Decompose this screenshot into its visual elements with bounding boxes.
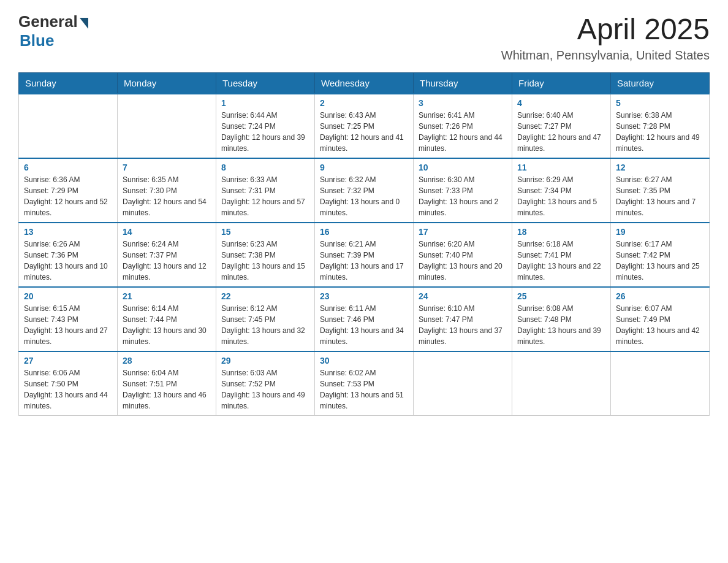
calendar-header-saturday: Saturday <box>611 73 710 94</box>
day-number: 26 <box>616 291 704 301</box>
logo-blue-text: Blue <box>20 31 54 50</box>
calendar-cell: 15Sunrise: 6:23 AMSunset: 7:38 PMDayligh… <box>216 223 315 287</box>
calendar-cell: 1Sunrise: 6:44 AMSunset: 7:24 PMDaylight… <box>216 94 315 158</box>
day-info: Sunrise: 6:24 AMSunset: 7:37 PMDaylight:… <box>123 239 211 283</box>
calendar-cell: 13Sunrise: 6:26 AMSunset: 7:36 PMDayligh… <box>19 223 118 287</box>
calendar-cell: 5Sunrise: 6:38 AMSunset: 7:28 PMDaylight… <box>611 94 710 158</box>
calendar-header-wednesday: Wednesday <box>315 73 414 94</box>
day-info: Sunrise: 6:26 AMSunset: 7:36 PMDaylight:… <box>24 239 112 283</box>
calendar-cell: 7Sunrise: 6:35 AMSunset: 7:30 PMDaylight… <box>118 158 216 223</box>
calendar-cell: 22Sunrise: 6:12 AMSunset: 7:45 PMDayligh… <box>216 287 315 351</box>
day-number: 6 <box>24 163 112 172</box>
day-number: 2 <box>320 98 408 108</box>
day-info: Sunrise: 6:36 AMSunset: 7:29 PMDaylight:… <box>24 174 112 218</box>
day-info: Sunrise: 6:29 AMSunset: 7:34 PMDaylight:… <box>517 174 605 218</box>
week-row-1: 1Sunrise: 6:44 AMSunset: 7:24 PMDaylight… <box>19 94 710 158</box>
calendar-cell: 17Sunrise: 6:20 AMSunset: 7:40 PMDayligh… <box>414 223 512 287</box>
calendar-cell <box>118 94 216 158</box>
week-row-2: 6Sunrise: 6:36 AMSunset: 7:29 PMDaylight… <box>19 158 710 223</box>
calendar-header-friday: Friday <box>512 73 611 94</box>
calendar-cell: 10Sunrise: 6:30 AMSunset: 7:33 PMDayligh… <box>414 158 512 223</box>
calendar-cell: 14Sunrise: 6:24 AMSunset: 7:37 PMDayligh… <box>118 223 216 287</box>
day-number: 22 <box>221 291 309 301</box>
page-subtitle: Whitman, Pennsylvania, United States <box>501 48 710 63</box>
calendar-cell: 21Sunrise: 6:14 AMSunset: 7:44 PMDayligh… <box>118 287 216 351</box>
calendar-cell: 16Sunrise: 6:21 AMSunset: 7:39 PMDayligh… <box>315 223 414 287</box>
calendar-cell: 18Sunrise: 6:18 AMSunset: 7:41 PMDayligh… <box>512 223 611 287</box>
day-info: Sunrise: 6:08 AMSunset: 7:48 PMDaylight:… <box>517 303 605 347</box>
day-number: 30 <box>320 356 408 366</box>
day-number: 10 <box>419 163 507 172</box>
day-info: Sunrise: 6:02 AMSunset: 7:53 PMDaylight:… <box>320 367 408 412</box>
calendar-cell <box>19 94 118 158</box>
day-number: 29 <box>221 356 309 366</box>
calendar-cell: 2Sunrise: 6:43 AMSunset: 7:25 PMDaylight… <box>315 94 414 158</box>
day-info: Sunrise: 6:04 AMSunset: 7:51 PMDaylight:… <box>123 367 211 412</box>
day-info: Sunrise: 6:35 AMSunset: 7:30 PMDaylight:… <box>123 174 211 218</box>
day-number: 16 <box>320 227 408 237</box>
title-area: April 2025 Whitman, Pennsylvania, United… <box>501 12 710 63</box>
calendar-cell: 23Sunrise: 6:11 AMSunset: 7:46 PMDayligh… <box>315 287 414 351</box>
day-info: Sunrise: 6:20 AMSunset: 7:40 PMDaylight:… <box>419 239 507 283</box>
day-number: 11 <box>517 163 605 172</box>
day-number: 9 <box>320 163 408 172</box>
page-title: April 2025 <box>501 12 710 46</box>
calendar-cell <box>414 351 512 416</box>
page-header: General Blue April 2025 Whitman, Pennsyl… <box>18 12 710 63</box>
calendar-cell: 12Sunrise: 6:27 AMSunset: 7:35 PMDayligh… <box>611 158 710 223</box>
day-info: Sunrise: 6:03 AMSunset: 7:52 PMDaylight:… <box>221 367 309 412</box>
calendar-cell: 9Sunrise: 6:32 AMSunset: 7:32 PMDaylight… <box>315 158 414 223</box>
day-number: 7 <box>123 163 211 172</box>
calendar-header-monday: Monday <box>118 73 216 94</box>
calendar-cell <box>611 351 710 416</box>
day-number: 23 <box>320 291 408 301</box>
calendar-cell: 28Sunrise: 6:04 AMSunset: 7:51 PMDayligh… <box>118 351 216 416</box>
day-info: Sunrise: 6:18 AMSunset: 7:41 PMDaylight:… <box>517 239 605 283</box>
day-info: Sunrise: 6:41 AMSunset: 7:26 PMDaylight:… <box>419 110 507 154</box>
day-info: Sunrise: 6:12 AMSunset: 7:45 PMDaylight:… <box>221 303 309 347</box>
day-number: 21 <box>123 291 211 301</box>
day-number: 12 <box>616 163 704 172</box>
calendar-header-thursday: Thursday <box>414 73 512 94</box>
calendar-cell: 24Sunrise: 6:10 AMSunset: 7:47 PMDayligh… <box>414 287 512 351</box>
logo: General Blue <box>18 12 88 50</box>
calendar-cell: 8Sunrise: 6:33 AMSunset: 7:31 PMDaylight… <box>216 158 315 223</box>
day-info: Sunrise: 6:15 AMSunset: 7:43 PMDaylight:… <box>24 303 112 347</box>
day-info: Sunrise: 6:21 AMSunset: 7:39 PMDaylight:… <box>320 239 408 283</box>
day-number: 13 <box>24 227 112 237</box>
week-row-5: 27Sunrise: 6:06 AMSunset: 7:50 PMDayligh… <box>19 351 710 416</box>
day-info: Sunrise: 6:23 AMSunset: 7:38 PMDaylight:… <box>221 239 309 283</box>
day-info: Sunrise: 6:06 AMSunset: 7:50 PMDaylight:… <box>24 367 112 412</box>
day-info: Sunrise: 6:30 AMSunset: 7:33 PMDaylight:… <box>419 174 507 218</box>
day-info: Sunrise: 6:11 AMSunset: 7:46 PMDaylight:… <box>320 303 408 347</box>
day-info: Sunrise: 6:07 AMSunset: 7:49 PMDaylight:… <box>616 303 704 347</box>
calendar-cell: 30Sunrise: 6:02 AMSunset: 7:53 PMDayligh… <box>315 351 414 416</box>
calendar-cell: 27Sunrise: 6:06 AMSunset: 7:50 PMDayligh… <box>19 351 118 416</box>
day-number: 18 <box>517 227 605 237</box>
calendar-header-sunday: Sunday <box>19 73 118 94</box>
day-info: Sunrise: 6:32 AMSunset: 7:32 PMDaylight:… <box>320 174 408 218</box>
week-row-4: 20Sunrise: 6:15 AMSunset: 7:43 PMDayligh… <box>19 287 710 351</box>
day-info: Sunrise: 6:38 AMSunset: 7:28 PMDaylight:… <box>616 110 704 154</box>
day-number: 17 <box>419 227 507 237</box>
day-info: Sunrise: 6:27 AMSunset: 7:35 PMDaylight:… <box>616 174 704 218</box>
calendar-header-row: SundayMondayTuesdayWednesdayThursdayFrid… <box>19 73 710 94</box>
calendar-cell: 11Sunrise: 6:29 AMSunset: 7:34 PMDayligh… <box>512 158 611 223</box>
day-info: Sunrise: 6:14 AMSunset: 7:44 PMDaylight:… <box>123 303 211 347</box>
day-number: 5 <box>616 98 704 108</box>
week-row-3: 13Sunrise: 6:26 AMSunset: 7:36 PMDayligh… <box>19 223 710 287</box>
day-info: Sunrise: 6:40 AMSunset: 7:27 PMDaylight:… <box>517 110 605 154</box>
calendar-cell: 4Sunrise: 6:40 AMSunset: 7:27 PMDaylight… <box>512 94 611 158</box>
calendar-cell: 26Sunrise: 6:07 AMSunset: 7:49 PMDayligh… <box>611 287 710 351</box>
day-number: 20 <box>24 291 112 301</box>
calendar-cell: 19Sunrise: 6:17 AMSunset: 7:42 PMDayligh… <box>611 223 710 287</box>
logo-general-text: General <box>18 12 78 31</box>
day-number: 15 <box>221 227 309 237</box>
day-number: 27 <box>24 356 112 366</box>
day-info: Sunrise: 6:43 AMSunset: 7:25 PMDaylight:… <box>320 110 408 154</box>
day-number: 8 <box>221 163 309 172</box>
day-number: 4 <box>517 98 605 108</box>
day-info: Sunrise: 6:10 AMSunset: 7:47 PMDaylight:… <box>419 303 507 347</box>
day-info: Sunrise: 6:17 AMSunset: 7:42 PMDaylight:… <box>616 239 704 283</box>
calendar-cell: 20Sunrise: 6:15 AMSunset: 7:43 PMDayligh… <box>19 287 118 351</box>
